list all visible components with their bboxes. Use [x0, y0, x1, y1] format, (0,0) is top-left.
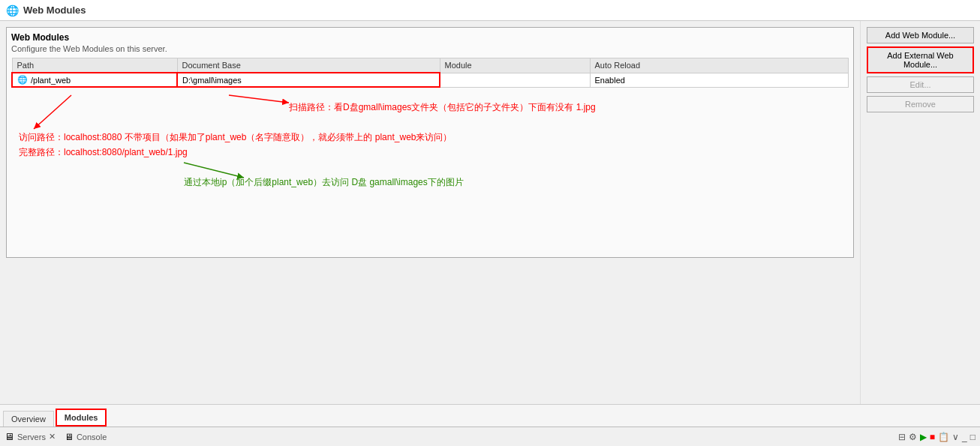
row-auto-reload: Enabled	[595, 76, 625, 85]
tab-overview[interactable]: Overview	[3, 411, 54, 427]
annotation-full-path: 完整路径：localhost:8080/plant_web/1.jpg	[19, 146, 849, 159]
cell-module	[440, 73, 590, 87]
console-label[interactable]: Console	[77, 433, 107, 442]
cell-document-base[interactable]: D:\gmall\images	[177, 73, 440, 87]
row-doc-base: D:\gmall\images	[182, 76, 242, 85]
servers-close-icon[interactable]: ✕	[49, 432, 56, 442]
section-box: Web Modules Configure the Web Modules on…	[6, 27, 854, 258]
col-auto-reload: Auto Reload	[590, 58, 849, 73]
annotation-scan: 扫描路径：看D盘gmall\images文件夹（包括它的子文件夹）下面有没有 1…	[289, 101, 849, 114]
row-path-icon: 🌐	[17, 75, 28, 85]
status-right: ⊟ ⚙ ▶ ■ 📋 ∨ _ □	[898, 432, 975, 442]
main-area: Web Modules Configure the Web Modules on…	[0, 21, 980, 404]
svg-line-2	[184, 163, 244, 178]
web-modules-table: Path Document Base Module Auto Reload 🌐 …	[11, 58, 849, 88]
table-row[interactable]: 🌐 /plant_web D:\gmall\images Enabled	[12, 73, 849, 87]
add-web-module-button[interactable]: Add Web Module...	[867, 27, 974, 43]
row-path-value: /plant_web	[31, 76, 71, 85]
console-icon: 🖥	[65, 432, 74, 442]
col-module: Module	[440, 58, 590, 73]
minimize-icon[interactable]: ⊟	[898, 432, 906, 442]
run-icon[interactable]: ▶	[920, 432, 927, 442]
col-document-base: Document Base	[177, 58, 440, 73]
edit-button[interactable]: Edit...	[867, 76, 974, 93]
add-external-web-module-button[interactable]: Add External Web Module...	[867, 46, 974, 73]
annotation-access: 访问路径：localhost:8080 不带项目（如果加了plant_web（名…	[19, 131, 849, 144]
annotations-area: 扫描路径：看D盘gmall\images文件夹（包括它的子文件夹）下面有没有 1…	[11, 88, 849, 253]
settings-icon[interactable]: ⚙	[909, 432, 917, 442]
servers-icon: 🖥	[5, 431, 14, 442]
left-panel: Web Modules Configure the Web Modules on…	[0, 21, 860, 404]
bottom-tabs: Overview Modules	[0, 404, 980, 427]
stop-icon[interactable]: ■	[930, 432, 935, 442]
maximize-panel-icon[interactable]: □	[970, 432, 975, 442]
tab-modules[interactable]: Modules	[56, 409, 107, 427]
section-title: Web Modules	[11, 32, 849, 43]
right-panel: Add Web Module... Add External Web Modul…	[860, 21, 980, 404]
annotation-ip: 通过本地ip（加个后缀plant_web）去访问 D盘 gamall\image…	[184, 176, 849, 189]
status-bar: 🖥 Servers ✕ 🖥 Console ⊟ ⚙ ▶ ■ 📋 ∨ _ □	[0, 427, 980, 446]
status-left: 🖥 Servers ✕ 🖥 Console	[5, 431, 107, 442]
svg-line-0	[34, 95, 71, 129]
cell-auto-reload: Enabled	[590, 73, 849, 87]
chevron-down-icon[interactable]: ∨	[952, 432, 959, 442]
remove-button[interactable]: Remove	[867, 96, 974, 112]
section-description: Configure the Web Modules on this server…	[11, 44, 849, 53]
servers-label[interactable]: Servers	[17, 433, 46, 442]
col-path: Path	[12, 58, 177, 73]
svg-line-1	[229, 95, 289, 103]
cell-path[interactable]: 🌐 /plant_web	[12, 73, 177, 87]
minimize-panel-icon[interactable]: _	[962, 432, 967, 442]
title-bar-title: Web Modules	[23, 4, 86, 16]
publish-icon[interactable]: 📋	[938, 432, 949, 442]
title-bar: 🌐 Web Modules	[0, 0, 980, 21]
web-modules-icon: 🌐	[6, 4, 19, 16]
